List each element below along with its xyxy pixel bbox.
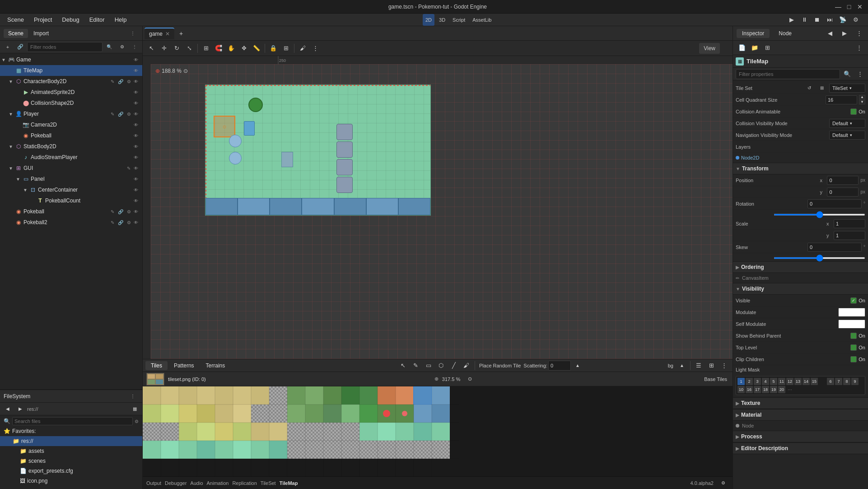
- fs-item-res[interactable]: 📁 res://: [0, 436, 142, 446]
- col-visibility[interactable]: 👁: [132, 99, 140, 107]
- light-mask-4[interactable]: 4: [762, 378, 769, 385]
- tree-item-game[interactable]: ▼ 🎮 Game 👁: [0, 54, 142, 65]
- light-mask-13[interactable]: 13: [794, 378, 802, 385]
- paint-button[interactable]: 🖌: [297, 42, 308, 54]
- player-visibility[interactable]: 👁: [132, 110, 140, 118]
- pos-y-input[interactable]: [827, 188, 859, 197]
- paint-mode-bucket[interactable]: ⬡: [435, 360, 447, 371]
- view-button[interactable]: View: [699, 43, 720, 54]
- gui-action1[interactable]: ✎: [125, 165, 132, 172]
- tree-arrow-audio[interactable]: ▶: [14, 152, 22, 163]
- editor-desc-section[interactable]: ▶ Editor Description: [733, 442, 868, 454]
- player-action1[interactable]: ✎: [109, 110, 116, 118]
- pb2-visibility[interactable]: 👁: [132, 208, 140, 215]
- tree-arrow-cam[interactable]: ▶: [14, 119, 22, 130]
- char-action3[interactable]: ⚙: [125, 78, 132, 85]
- light-mask-1[interactable]: 1: [737, 378, 745, 385]
- mode-assetlib-button[interactable]: AssetLib: [470, 14, 494, 26]
- inspector-back[interactable]: ◀: [825, 28, 835, 39]
- fs-search-input[interactable]: [12, 417, 133, 425]
- tileset-grid-btn[interactable]: ⊞: [817, 83, 827, 94]
- fs-back-button[interactable]: ◀: [2, 404, 14, 414]
- inspector-tab[interactable]: Inspector: [737, 29, 770, 38]
- play-button[interactable]: ▶: [786, 14, 798, 26]
- tree-arrow-pb3[interactable]: ▶: [7, 217, 14, 228]
- replication-tab-btn[interactable]: Replication: [232, 480, 257, 486]
- paint-mode-pencil[interactable]: ✎: [410, 360, 422, 371]
- scene-settings-button[interactable]: ⚙: [116, 42, 128, 52]
- tilemap-tab-btn[interactable]: TileMap: [280, 480, 298, 486]
- output-tab-btn[interactable]: Output: [146, 480, 161, 486]
- minimize-button[interactable]: —: [835, 3, 842, 10]
- lock-button[interactable]: 🔒: [267, 42, 279, 54]
- tree-item-gui[interactable]: ▼ ⊞ GUI ✎ 👁: [0, 163, 142, 174]
- light-mask-19[interactable]: 19: [770, 386, 777, 393]
- mode-3d-button[interactable]: 3D: [436, 14, 448, 26]
- tab-close-button[interactable]: ✕: [165, 31, 170, 37]
- fs-filter-button[interactable]: ▦: [129, 404, 140, 414]
- select-tool[interactable]: ↖: [145, 42, 157, 54]
- filter-options-btn[interactable]: ⋮: [854, 69, 865, 80]
- static-visibility[interactable]: 👁: [132, 143, 140, 150]
- paint-mode-line[interactable]: ╱: [448, 360, 460, 371]
- link-node-button[interactable]: 🔗: [14, 42, 26, 52]
- editor-tab-game[interactable]: game ✕: [145, 28, 174, 39]
- gui-visibility[interactable]: 👁: [132, 165, 140, 172]
- tree-arrow-static[interactable]: ▼: [7, 141, 14, 152]
- tree-item-audio[interactable]: ▶ ♪ AudioStreamPlayer 👁: [0, 152, 142, 163]
- skew-slider[interactable]: [774, 257, 865, 259]
- char-action1[interactable]: ✎: [109, 78, 116, 85]
- cell-down-btn[interactable]: ▼: [859, 100, 865, 104]
- remote-button[interactable]: 📡: [836, 14, 849, 26]
- filter-properties-input[interactable]: [736, 69, 840, 79]
- anim-visibility[interactable]: 👁: [132, 89, 140, 96]
- fs-item-export-presets[interactable]: 📄 export_presets.cfg: [0, 466, 142, 476]
- top-level-checkbox[interactable]: On: [850, 344, 865, 351]
- inspector-menu[interactable]: ⋮: [854, 28, 864, 39]
- tileset-tab-btn[interactable]: TileSet: [261, 480, 276, 486]
- tree-arrow-tilemap[interactable]: ▶: [7, 65, 14, 76]
- menu-debug[interactable]: Debug: [57, 15, 84, 24]
- pb3-visibility[interactable]: 👁: [132, 219, 140, 226]
- light-mask-12[interactable]: 12: [786, 378, 793, 385]
- panel-visibility[interactable]: 👁: [132, 175, 140, 183]
- tree-item-staticbody[interactable]: ▼ ⬡ StaticBody2D 👁: [0, 141, 142, 152]
- nav-visibility-dropdown[interactable]: Default ▾: [829, 131, 865, 140]
- tree-item-characterbody2d[interactable]: ▼ ⬡ CharacterBody2D ✎ 🔗 ⚙ 👁: [0, 76, 142, 87]
- light-mask-16[interactable]: 16: [746, 386, 753, 393]
- cam-visibility[interactable]: 👁: [132, 121, 140, 128]
- tree-item-pokeball2[interactable]: ▶ ◉ Pokeball ✎ 🔗 ⚙ 👁: [0, 206, 142, 217]
- animation-tab-btn[interactable]: Animation: [207, 480, 229, 486]
- cell-quadrant-input[interactable]: [826, 95, 857, 104]
- collision-visibility-dropdown[interactable]: Default ▾: [829, 119, 865, 128]
- light-mask-10[interactable]: 10: [737, 386, 745, 393]
- patterns-tab[interactable]: Patterns: [168, 361, 200, 370]
- tree-arrow-col[interactable]: ▶: [14, 98, 22, 108]
- tree-arrow-pb2[interactable]: ▶: [7, 206, 14, 217]
- tree-arrow-anim[interactable]: ▶: [14, 87, 22, 98]
- debugger-tab-btn[interactable]: Debugger: [165, 480, 187, 486]
- scattering-input[interactable]: [548, 361, 571, 371]
- canvas-area[interactable]: ○: [151, 64, 733, 359]
- ordering-section[interactable]: ▶ Ordering: [733, 261, 868, 273]
- tileset-reset-btn[interactable]: ↺: [804, 83, 815, 94]
- pc-visibility[interactable]: 👁: [132, 197, 140, 204]
- stop-button[interactable]: ⏹: [811, 14, 823, 26]
- terrains-tab[interactable]: Terrains: [201, 361, 231, 370]
- inspector-icon-2[interactable]: 📁: [749, 42, 760, 53]
- show-behind-parent-checkbox[interactable]: On: [850, 333, 865, 339]
- tree-item-animatedsprite[interactable]: ▶ ▶ AnimatedSprite2D 👁: [0, 87, 142, 98]
- menu-editor[interactable]: Editor: [85, 15, 109, 24]
- pos-x-input[interactable]: [827, 176, 859, 185]
- tree-item-pokeball1[interactable]: ▶ ◉ Pokeball 👁: [0, 130, 142, 141]
- inspector-dots[interactable]: ⋮: [854, 42, 864, 53]
- skew-input[interactable]: [807, 243, 862, 252]
- tile-extra-btn[interactable]: ⋮: [718, 360, 730, 371]
- char-visibility[interactable]: 👁: [132, 78, 140, 85]
- light-mask-15[interactable]: 15: [811, 378, 818, 385]
- pb3-action1[interactable]: ✎: [109, 219, 116, 226]
- light-mask-3[interactable]: 3: [754, 378, 761, 385]
- group-button[interactable]: ⊞: [280, 42, 292, 54]
- view-list-btn[interactable]: ☰: [693, 360, 705, 371]
- tree-item-player[interactable]: ▼ 👤 Player ✎ 🔗 ⚙ 👁: [0, 108, 142, 119]
